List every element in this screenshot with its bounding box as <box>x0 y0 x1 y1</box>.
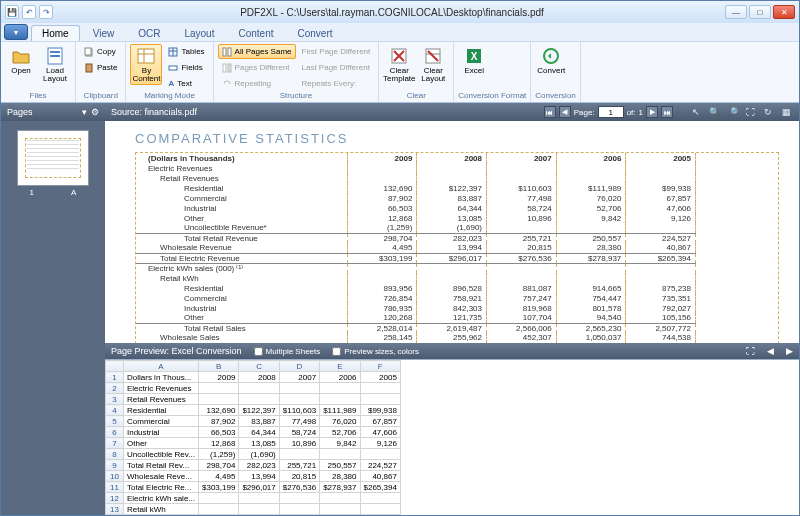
excel-format-button[interactable]: X Excel <box>458 44 490 77</box>
cell[interactable]: Uncollectible Rev... <box>124 449 199 460</box>
cell[interactable] <box>279 504 319 515</box>
cell[interactable] <box>279 493 319 504</box>
cell[interactable] <box>199 394 239 405</box>
load-layout-button[interactable]: Load Layout <box>39 44 71 85</box>
row-header[interactable]: 6 <box>106 427 124 438</box>
row-header[interactable]: 1 <box>106 372 124 383</box>
cell[interactable] <box>320 383 360 394</box>
cell[interactable] <box>199 383 239 394</box>
cell[interactable]: Wholesale Reve... <box>124 471 199 482</box>
qat-save-icon[interactable]: 💾 <box>5 5 19 19</box>
cell[interactable]: 77,498 <box>279 416 319 427</box>
cell[interactable]: 881,087 <box>279 515 319 516</box>
tab-home[interactable]: Home <box>31 25 80 41</box>
row-header[interactable]: 7 <box>106 438 124 449</box>
row-header[interactable]: 5 <box>106 416 124 427</box>
last-page-button[interactable]: ⏭ <box>661 106 673 118</box>
preview-prev-icon[interactable]: ◀ <box>767 346 774 356</box>
cell[interactable] <box>279 449 319 460</box>
cell[interactable] <box>320 493 360 504</box>
clear-layout-button[interactable]: Clear Layout <box>417 44 449 85</box>
cell[interactable] <box>239 504 279 515</box>
cell[interactable]: 255,721 <box>279 460 319 471</box>
preview-next-icon[interactable]: ▶ <box>786 346 793 356</box>
cell[interactable]: $110,603 <box>279 405 319 416</box>
cell[interactable] <box>320 449 360 460</box>
text-button[interactable]: AText <box>164 76 208 91</box>
cell[interactable]: 9,126 <box>360 438 400 449</box>
page-input[interactable] <box>598 106 624 118</box>
row-header[interactable]: 12 <box>106 493 124 504</box>
repeating-button[interactable]: Repeating <box>218 76 296 91</box>
cell[interactable]: 2009 <box>199 372 239 383</box>
col-header[interactable]: A <box>124 361 199 372</box>
col-header[interactable]: F <box>360 361 400 372</box>
options-icon[interactable]: ⚙ <box>91 107 99 117</box>
col-header[interactable]: E <box>320 361 360 372</box>
col-header[interactable]: B <box>199 361 239 372</box>
tab-layout[interactable]: Layout <box>173 25 225 41</box>
zoom-out-icon[interactable]: 🔍 <box>707 105 721 119</box>
cell[interactable]: 47,606 <box>360 427 400 438</box>
cell[interactable]: Total Retail Rev... <box>124 460 199 471</box>
cell[interactable]: 250,557 <box>320 460 360 471</box>
cell[interactable] <box>199 504 239 515</box>
tab-ocr[interactable]: OCR <box>127 25 171 41</box>
cell[interactable]: Industrial <box>124 427 199 438</box>
cell[interactable]: 896,528 <box>239 515 279 516</box>
cell[interactable]: Dollars in Thous... <box>124 372 199 383</box>
cell[interactable]: $265,394 <box>360 482 400 493</box>
cell[interactable]: 87,902 <box>199 416 239 427</box>
fit-width-icon[interactable]: ⛶ <box>743 105 757 119</box>
cell[interactable]: 4,495 <box>199 471 239 482</box>
cell[interactable] <box>279 394 319 405</box>
row-header[interactable]: 3 <box>106 394 124 405</box>
row-header[interactable]: 9 <box>106 460 124 471</box>
cell[interactable]: 13,085 <box>239 438 279 449</box>
cell[interactable]: Retail kWh <box>124 504 199 515</box>
multiple-sheets-checkbox[interactable]: Multiple Sheets <box>254 347 321 356</box>
tab-convert[interactable]: Convert <box>286 25 343 41</box>
zoom-in-icon[interactable]: 🔎 <box>725 105 739 119</box>
cell[interactable]: 9,842 <box>320 438 360 449</box>
all-pages-same-button[interactable]: All Pages Same <box>218 44 296 59</box>
rotate-icon[interactable]: ↻ <box>761 105 775 119</box>
cell[interactable]: Residential <box>124 405 199 416</box>
cell[interactable] <box>239 394 279 405</box>
close-button[interactable]: ✕ <box>773 5 795 19</box>
by-content-button[interactable]: By Content <box>130 44 162 85</box>
qat-redo-icon[interactable]: ↷ <box>39 5 53 19</box>
cell[interactable]: 67,857 <box>360 416 400 427</box>
cell[interactable]: 132,690 <box>199 405 239 416</box>
cell[interactable]: 76,020 <box>320 416 360 427</box>
cell[interactable] <box>360 493 400 504</box>
cell[interactable]: 2007 <box>279 372 319 383</box>
cell[interactable]: Residential <box>124 515 199 516</box>
pages-different-button[interactable]: Pages Different <box>218 60 296 75</box>
cell[interactable]: 40,867 <box>360 471 400 482</box>
cell[interactable]: 893,956 <box>199 515 239 516</box>
cell[interactable]: 282,023 <box>239 460 279 471</box>
open-button[interactable]: Open <box>5 44 37 77</box>
cell[interactable]: Total Electric Re... <box>124 482 199 493</box>
cell[interactable]: 28,380 <box>320 471 360 482</box>
row-header[interactable]: 10 <box>106 471 124 482</box>
page-thumbnail-1[interactable] <box>18 131 88 185</box>
cell[interactable]: Electric kWh sale... <box>124 493 199 504</box>
repeats-every-button[interactable]: Repeats Every: <box>298 76 375 91</box>
cell[interactable]: Other <box>124 438 199 449</box>
pointer-tool-icon[interactable]: ↖ <box>689 105 703 119</box>
row-header[interactable]: 11 <box>106 482 124 493</box>
preview-expand-icon[interactable]: ⛶ <box>746 346 755 356</box>
file-menu-button[interactable]: ▾ <box>4 24 28 40</box>
cell[interactable] <box>320 504 360 515</box>
col-header[interactable]: C <box>239 361 279 372</box>
filter-icon[interactable]: ▾ <box>82 107 87 117</box>
cell[interactable]: 12,868 <box>199 438 239 449</box>
tables-button[interactable]: Tables <box>164 44 208 59</box>
next-page-button[interactable]: ▶ <box>646 106 658 118</box>
cell[interactable]: $122,397 <box>239 405 279 416</box>
preview-sizes-checkbox[interactable]: Preview sizes, colors <box>332 347 419 356</box>
cell[interactable]: 64,344 <box>239 427 279 438</box>
row-header[interactable]: 8 <box>106 449 124 460</box>
